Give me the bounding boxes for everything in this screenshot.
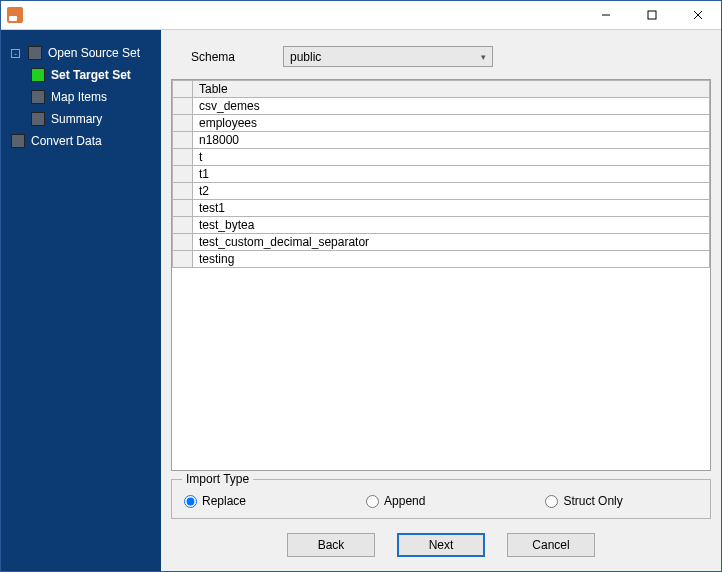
sidebar-item-convert-data[interactable]: Convert Data (1, 130, 161, 152)
step-status-icon (31, 90, 45, 104)
tree-collapse-icon[interactable]: - (11, 49, 20, 58)
table-cell: t2 (193, 183, 710, 200)
grid-empty-area (172, 268, 710, 470)
sidebar-item-summary[interactable]: Summary (1, 108, 161, 130)
back-button[interactable]: Back (287, 533, 375, 557)
schema-row: Schema public ▾ (171, 38, 711, 71)
table-row[interactable]: n18000 (173, 132, 710, 149)
table-cell: csv_demes (193, 98, 710, 115)
maximize-button[interactable] (629, 1, 675, 29)
close-button[interactable] (675, 1, 721, 29)
row-number-cell (173, 98, 193, 115)
svg-rect-1 (648, 11, 656, 19)
wizard-buttons: Back Next Cancel (171, 527, 711, 561)
sidebar-item-label: Convert Data (31, 134, 102, 148)
radio-input[interactable] (184, 495, 197, 508)
table-row[interactable]: testing (173, 251, 710, 268)
radio-input[interactable] (545, 495, 558, 508)
chevron-down-icon: ▾ (481, 52, 486, 62)
app-icon (7, 7, 23, 23)
cancel-button[interactable]: Cancel (507, 533, 595, 557)
table-cell: test_bytea (193, 217, 710, 234)
table-grid[interactable]: Table csv_demesemployeesn18000tt1t2test1… (171, 79, 711, 471)
next-button[interactable]: Next (397, 533, 485, 557)
sidebar-item-label: Summary (51, 112, 102, 126)
window-controls (583, 1, 721, 29)
table-row[interactable]: test_custom_decimal_separator (173, 234, 710, 251)
table-row[interactable]: employees (173, 115, 710, 132)
table-cell: test_custom_decimal_separator (193, 234, 710, 251)
body: -Open Source SetSet Target SetMap ItemsS… (1, 29, 721, 571)
import-type-group: Import Type ReplaceAppendStruct Only (171, 479, 711, 519)
table-row[interactable]: test_bytea (173, 217, 710, 234)
table-cell: employees (193, 115, 710, 132)
main-panel: Schema public ▾ Table csv_demesemployees… (161, 30, 721, 571)
row-number-cell (173, 217, 193, 234)
titlebar (1, 1, 721, 29)
step-status-icon (31, 68, 45, 82)
wizard-window: -Open Source SetSet Target SetMap ItemsS… (0, 0, 722, 572)
sidebar-item-label: Map Items (51, 90, 107, 104)
row-number-cell (173, 183, 193, 200)
sidebar-item-map-items[interactable]: Map Items (1, 86, 161, 108)
schema-selected-value: public (290, 50, 321, 64)
step-status-icon (11, 134, 25, 148)
row-header-blank (173, 81, 193, 98)
step-status-icon (31, 112, 45, 126)
minimize-button[interactable] (583, 1, 629, 29)
table-row[interactable]: t (173, 149, 710, 166)
table-cell: t1 (193, 166, 710, 183)
row-number-cell (173, 200, 193, 217)
schema-select[interactable]: public ▾ (283, 46, 493, 67)
table-column-header[interactable]: Table (193, 81, 710, 98)
row-number-cell (173, 132, 193, 149)
sidebar-item-set-target-set[interactable]: Set Target Set (1, 64, 161, 86)
wizard-sidebar: -Open Source SetSet Target SetMap ItemsS… (1, 30, 161, 571)
table-cell: t (193, 149, 710, 166)
sidebar-item-label: Open Source Set (48, 46, 140, 60)
sidebar-item-open-source-set[interactable]: -Open Source Set (1, 42, 161, 64)
table-row[interactable]: t2 (173, 183, 710, 200)
table-cell: test1 (193, 200, 710, 217)
table-cell: testing (193, 251, 710, 268)
radio-label: Struct Only (563, 494, 622, 508)
radio-input[interactable] (366, 495, 379, 508)
import-type-legend: Import Type (182, 472, 253, 486)
row-number-cell (173, 115, 193, 132)
sidebar-item-label: Set Target Set (51, 68, 131, 82)
step-status-icon (28, 46, 42, 60)
table-row[interactable]: csv_demes (173, 98, 710, 115)
import-type-option-replace[interactable]: Replace (184, 494, 246, 508)
row-number-cell (173, 166, 193, 183)
table-row[interactable]: t1 (173, 166, 710, 183)
table-cell: n18000 (193, 132, 710, 149)
table-row[interactable]: test1 (173, 200, 710, 217)
row-number-cell (173, 251, 193, 268)
row-number-cell (173, 149, 193, 166)
radio-label: Append (384, 494, 425, 508)
schema-label: Schema (191, 50, 271, 64)
row-number-cell (173, 234, 193, 251)
radio-label: Replace (202, 494, 246, 508)
import-type-option-append[interactable]: Append (366, 494, 425, 508)
import-type-option-struct-only[interactable]: Struct Only (545, 494, 622, 508)
